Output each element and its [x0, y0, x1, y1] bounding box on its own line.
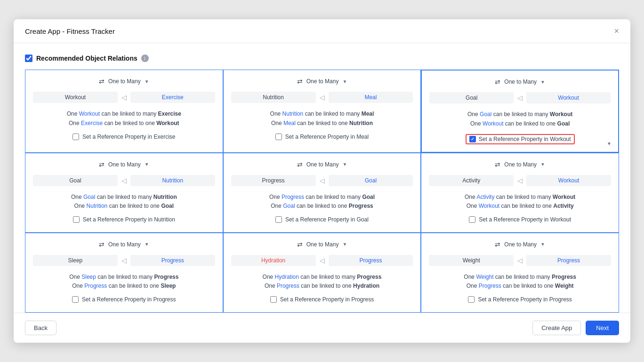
relation-card-5: ⇄ One to Many ▼ Progress ◁ Goal One Prog… — [223, 153, 421, 233]
ref-checkbox-1[interactable] — [72, 134, 79, 140]
ref-checkbox-4[interactable] — [73, 216, 80, 223]
relation-icon-5: ⇄ — [297, 161, 303, 168]
ref-checkbox-7[interactable] — [72, 296, 79, 303]
relation-card-9: ⇄ One to Many ▼ Weight ◁ Progress One We… — [421, 233, 619, 313]
checkbox-row-2: Set a Reference Property in Meal — [231, 134, 413, 140]
ref-label-7: Set a Reference Property in Progress — [82, 296, 176, 303]
ref-checkbox-6[interactable] — [469, 216, 475, 223]
relation-label-4: One to Many — [108, 161, 141, 168]
entities-row-6: Activity ◁ Workout — [429, 175, 611, 186]
checkbox-row-9: Set a Reference Property in Progress — [429, 296, 611, 303]
relation-icon-4: ⇄ — [99, 161, 105, 168]
connector-1: ◁ — [118, 94, 130, 101]
card-top-3: ⇄ One to Many ▼ — [429, 78, 611, 86]
ref-checkbox-9[interactable] — [468, 296, 475, 303]
ref-label-2: Set a Reference Property in Meal — [285, 134, 369, 140]
card-desc-5: One Progress can be linked to many Goal … — [231, 193, 413, 211]
to-entity-1: Exercise — [130, 92, 215, 103]
checkbox-row-4: Set a Reference Property in Nutrition — [33, 216, 215, 223]
relation-label-3: One to Many — [504, 79, 537, 85]
footer-right: Create App Next — [532, 321, 619, 335]
connector-9: ◁ — [514, 257, 526, 264]
from-entity-7: Sleep — [33, 255, 118, 266]
relation-card-8: ⇄ One to Many ▼ Hydration ◁ Progress One — [223, 233, 421, 313]
connector-4: ◁ — [118, 177, 130, 184]
card-desc-7: One Sleep can be linked to many Progress… — [33, 273, 215, 291]
ref-label-9: Set a Reference Property in Progress — [478, 296, 572, 303]
back-button[interactable]: Back — [25, 321, 56, 335]
checked-checkbox-3[interactable] — [469, 136, 476, 142]
card-top-9: ⇄ One to Many ▼ — [429, 241, 611, 248]
relation-card-3: ⇄ One to Many ▼ Goal ◁ Workout One Goal … — [421, 70, 619, 152]
card-desc-2: One Nutrition can be linked to many Meal… — [231, 110, 413, 127]
relation-icon-1: ⇄ — [99, 78, 105, 85]
card-top-4: ⇄ One to Many ▼ — [33, 161, 215, 168]
card-top-6: ⇄ One to Many ▼ — [429, 161, 611, 168]
modal-body: Recommended Object Relations i ⇄ One to … — [14, 43, 630, 312]
info-icon[interactable]: i — [141, 55, 149, 62]
checkbox-row-3: Set a Reference Property in Workout — [429, 134, 611, 144]
relation-label-5: One to Many — [306, 161, 339, 168]
card-desc-3: One Goal can be linked to many Workout O… — [429, 110, 611, 128]
checkbox-row-1: Set a Reference Property in Exercise — [33, 134, 215, 140]
dropdown-4[interactable]: ▼ — [145, 162, 149, 167]
dropdown-5[interactable]: ▼ — [342, 162, 347, 167]
modal-title: Create App - Fitness Tracker — [25, 27, 115, 35]
dropdown-9[interactable]: ▼ — [540, 242, 545, 247]
relation-card-2: ⇄ One to Many ▼ Nutrition ◁ Meal One Nut… — [223, 70, 421, 152]
checkbox-row-5: Set a Reference Property in Goal — [231, 216, 413, 223]
ref-checkbox-2[interactable] — [275, 134, 282, 140]
from-entity-9: Weight — [429, 255, 514, 266]
card-desc-8: One Hydration can be linked to many Prog… — [231, 273, 413, 291]
dropdown-2[interactable]: ▼ — [342, 79, 347, 84]
to-entity-3: Workout — [526, 92, 611, 103]
entities-row-5: Progress ◁ Goal — [231, 175, 413, 186]
close-button[interactable]: × — [614, 27, 619, 35]
ref-label-6: Set a Reference Property in Workout — [479, 216, 571, 223]
to-entity-4: Nutrition — [130, 175, 215, 186]
from-entity-5: Progress — [231, 175, 316, 186]
card-top-2: ⇄ One to Many ▼ — [231, 78, 413, 85]
connector-7: ◁ — [118, 257, 130, 264]
to-entity-5: Goal — [329, 175, 413, 186]
from-entity-8: Hydration — [231, 255, 316, 266]
relation-label-7: One to Many — [108, 241, 141, 248]
entities-row-7: Sleep ◁ Progress — [33, 255, 215, 266]
checkbox-row-6: Set a Reference Property in Workout — [429, 216, 611, 223]
ref-checkbox-8[interactable] — [270, 296, 277, 303]
section-checkbox[interactable] — [25, 55, 32, 62]
relation-label-8: One to Many — [306, 241, 339, 248]
modal-footer: Back Create App Next — [14, 313, 630, 343]
to-entity-6: Workout — [526, 175, 611, 186]
dropdown-3[interactable]: ▼ — [540, 79, 545, 85]
relation-icon-3: ⇄ — [495, 78, 500, 86]
modal-overlay: Create App - Fitness Tracker × Recommend… — [0, 0, 644, 362]
card-chevron-3[interactable]: ▼ — [607, 141, 612, 146]
from-entity-4: Goal — [33, 175, 118, 186]
dropdown-6[interactable]: ▼ — [540, 162, 545, 167]
dropdown-8[interactable]: ▼ — [342, 242, 347, 247]
connector-6: ◁ — [514, 177, 526, 184]
relation-label-2: One to Many — [306, 78, 339, 85]
ref-label-4: Set a Reference Property in Nutrition — [83, 216, 175, 223]
relation-icon-2: ⇄ — [297, 78, 303, 85]
checkbox-row-7: Set a Reference Property in Progress — [33, 296, 215, 303]
create-app-button[interactable]: Create App — [532, 321, 581, 335]
section-header: Recommended Object Relations i — [25, 55, 619, 62]
ref-label-8: Set a Reference Property in Progress — [280, 296, 374, 303]
cards-grid: ⇄ One to Many ▼ Workout ◁ Exercise One W… — [25, 70, 619, 312]
card-desc-1: One Workout can be linked to many Exerci… — [33, 110, 215, 127]
ref-checkbox-5[interactable] — [275, 216, 282, 223]
from-entity-1: Workout — [33, 92, 118, 103]
next-button[interactable]: Next — [586, 321, 619, 335]
relation-icon-6: ⇄ — [495, 161, 500, 168]
card-top-7: ⇄ One to Many ▼ — [33, 241, 215, 248]
ref-label-3: Set a Reference Property in Workout — [479, 136, 571, 142]
card-top-5: ⇄ One to Many ▼ — [231, 161, 413, 168]
from-entity-3: Goal — [429, 92, 514, 103]
relation-icon-7: ⇄ — [99, 241, 105, 248]
entities-row-3: Goal ◁ Workout — [429, 92, 611, 103]
dropdown-1[interactable]: ▼ — [145, 79, 149, 84]
checkbox-row-8: Set a Reference Property in Progress — [231, 296, 413, 303]
dropdown-7[interactable]: ▼ — [145, 242, 149, 247]
